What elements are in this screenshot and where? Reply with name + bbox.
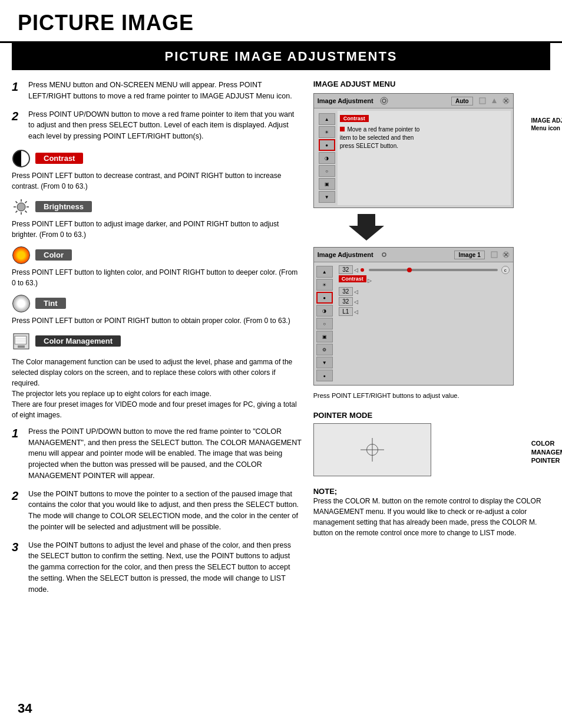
note-title: NOTE; bbox=[313, 487, 550, 496]
menu-mockup-1: Image Adjustment Auto bbox=[313, 93, 514, 208]
gear-icon bbox=[379, 96, 389, 106]
gear-icon-2 bbox=[379, 250, 389, 259]
menu-sidebar-1: ▲ ☀ ● ◑ ○ ▣ ▼ bbox=[316, 111, 338, 205]
svg-line-5 bbox=[16, 201, 18, 203]
contrast-description: Press POINT LEFT button to decrease cont… bbox=[12, 170, 302, 192]
page-title: PICTURE IMAGE bbox=[18, 11, 194, 35]
svg-point-23 bbox=[382, 253, 386, 256]
colormgmt-step-3-number: 3 bbox=[12, 540, 24, 595]
colormgmt-icon bbox=[12, 332, 31, 351]
pointer-mode-box bbox=[313, 423, 431, 476]
menu-row-contrast-label: Contrast ▷ bbox=[336, 275, 512, 286]
pointer-mode-section: POINTER MODE COLORMANAGEMENTPOINTER bbox=[313, 411, 514, 480]
tint-description: Press POINT LEFT button or POINT RIGHT b… bbox=[12, 315, 302, 326]
brightness-icon-svg bbox=[13, 199, 29, 215]
menu-color-item: ◑ bbox=[319, 152, 335, 164]
menu-nav-icon-3 bbox=[491, 251, 498, 258]
brightness-icon bbox=[12, 197, 31, 216]
tint-value: 32 bbox=[339, 297, 353, 306]
crosshair-circle bbox=[366, 444, 378, 456]
section-banner: PICTURE IMAGE ADJUSTMENTS bbox=[12, 43, 550, 70]
page-header: PICTURE IMAGE bbox=[0, 0, 562, 43]
arrow-left-2: ◁ bbox=[354, 289, 358, 295]
content-columns: 1 Press MENU button and ON-SCREEN MENU w… bbox=[12, 80, 550, 602]
arrow-down-indicator bbox=[349, 214, 384, 243]
menu-down-arrow: ▼ bbox=[319, 191, 335, 203]
menu2-brightness: ☀ bbox=[316, 279, 333, 291]
svg-marker-19 bbox=[492, 98, 497, 103]
colormgmt-step-2-number: 2 bbox=[12, 489, 24, 533]
menu2-up-arrow: ▲ bbox=[316, 266, 333, 278]
colormgmt-step-1: 1 Press the POINT UP/DOWN button to move… bbox=[12, 426, 302, 482]
auto-button[interactable]: Auto bbox=[451, 97, 473, 106]
step-2-text: Press POINT UP/DOWN button to move a red… bbox=[28, 109, 302, 142]
image-adjust-menu-title: IMAGE ADJUST MENU bbox=[313, 80, 396, 88]
svg-line-7 bbox=[25, 201, 27, 203]
menu2-down: ▼ bbox=[316, 357, 333, 368]
image1-button[interactable]: Image 1 bbox=[454, 251, 484, 259]
colormgmt-description: The Color management function can be use… bbox=[12, 357, 302, 420]
pointer-mode-title: POINTER MODE bbox=[313, 411, 514, 420]
arrow-left-4: ◁ bbox=[354, 309, 358, 315]
step-2: 2 Press POINT UP/DOWN button to move a r… bbox=[12, 109, 302, 142]
colormgmt-icon-svg bbox=[13, 333, 29, 350]
adjust-annotation: Press POINT LEFT/RIGHT buttons to adjust… bbox=[313, 391, 459, 400]
note-section: NOTE; Press the COLOR M. button on the r… bbox=[313, 487, 550, 538]
color-description: Press POINT LEFT button to lighten color… bbox=[12, 267, 302, 288]
pointer-mode-container: COLORMANAGEMENTPOINTER bbox=[313, 423, 514, 480]
slider-circle-1: c bbox=[501, 266, 510, 274]
image-adjust-annotation: IMAGE ADJUSTMenu icon bbox=[531, 117, 563, 132]
svg-point-17 bbox=[381, 97, 388, 104]
colormgmt-feature-row: Color Management bbox=[12, 332, 302, 351]
menu-close-icon bbox=[503, 97, 510, 104]
arrow-left-1: ◁ bbox=[354, 267, 358, 273]
menu-up-arrow: ▲ bbox=[319, 113, 335, 125]
slider-1[interactable] bbox=[369, 269, 498, 271]
svg-line-6 bbox=[25, 210, 27, 212]
arrow-left-3: ◁ bbox=[354, 299, 358, 305]
contrast-feature-row: Contrast bbox=[12, 149, 302, 168]
color-label: Color bbox=[35, 249, 72, 261]
svg-point-16 bbox=[382, 99, 386, 103]
menu-brightness-item: ☀ bbox=[319, 126, 335, 138]
colormgmt-step-3: 3 Use the POINT buttons to adjust the le… bbox=[12, 540, 302, 595]
menu-tint-item: ○ bbox=[319, 165, 335, 177]
colormgmt-step-2-text: Use the POINT buttons to move the pointe… bbox=[28, 489, 302, 533]
menu-body-2: ▲ ☀ ● ◑ ○ ▣ ⚙ ▼ ● 32 bbox=[314, 262, 513, 385]
menu-title-2: Image Adjustment bbox=[318, 251, 373, 258]
menu-body-1: ▲ ☀ ● ◑ ○ ▣ ▼ Co bbox=[314, 108, 513, 207]
svg-rect-15 bbox=[18, 345, 25, 348]
level-value: L1 bbox=[339, 307, 353, 316]
tint-label: Tint bbox=[35, 298, 66, 309]
menu-row-2: 32 ◁ bbox=[336, 286, 512, 297]
contrast-icon bbox=[12, 149, 31, 168]
adjust-annotation-text: Press POINT LEFT/RIGHT buttons to adjust… bbox=[313, 392, 459, 399]
step-1: 1 Press MENU button and ON-SCREEN MENU w… bbox=[12, 80, 302, 102]
step-1-text: Press MENU button and ON-SCREEN MENU wil… bbox=[28, 80, 302, 102]
menu-annotation-1: Move a red frame pointer toitem to be se… bbox=[340, 126, 508, 150]
menu-row-4: L1 ◁ bbox=[336, 307, 512, 317]
colormgmt-step-1-text: Press the POINT UP/DOWN button to move t… bbox=[28, 426, 302, 482]
slider-thumb-1 bbox=[407, 268, 412, 272]
arrow-head bbox=[349, 226, 384, 241]
menu-title: Image Adjustment bbox=[318, 97, 373, 104]
menu2-tint: ○ bbox=[316, 318, 333, 330]
menu2-contrast: ● bbox=[316, 292, 333, 304]
colormgmt-step-2: 2 Use the POINT buttons to move the poin… bbox=[12, 489, 302, 533]
main-content: PICTURE IMAGE ADJUSTMENTS 1 Press MENU b… bbox=[0, 43, 562, 614]
tint-feature-row: Tint bbox=[12, 294, 302, 313]
crosshair-icon bbox=[361, 438, 384, 462]
menu2-image: ▣ bbox=[316, 331, 333, 342]
menu2-colormgmt: ⚙ bbox=[316, 344, 333, 355]
svg-rect-18 bbox=[480, 98, 485, 104]
menu-top-bar-2: Image Adjustment Image 1 bbox=[314, 248, 513, 262]
menu-nav-icon-2 bbox=[491, 97, 498, 104]
color-feature-row: Color bbox=[12, 246, 302, 265]
contrast-icon-shape bbox=[12, 150, 30, 167]
menu-sidebar-2: ▲ ☀ ● ◑ ○ ▣ ⚙ ▼ ● bbox=[314, 263, 335, 384]
note-text: Press the COLOR M. button on the remote … bbox=[313, 496, 550, 538]
contrast-label: Contrast bbox=[35, 153, 83, 164]
contrast-value-1: 32 bbox=[339, 265, 353, 274]
menu-nav-icon bbox=[479, 97, 486, 104]
colormgmt-step-3-text: Use the POINT buttons to adjust the leve… bbox=[28, 540, 302, 595]
